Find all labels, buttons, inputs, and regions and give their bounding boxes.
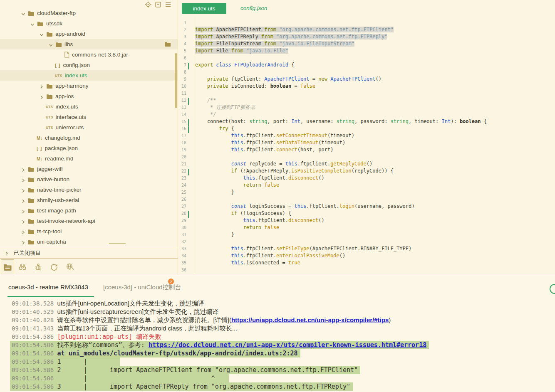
tree-item-label: test-invoke-network-api	[37, 218, 95, 224]
log-text: uts插件[uni-usercapturescreen]文件未发生变化，跳过编译	[57, 308, 219, 315]
code-line: 36	[178, 266, 555, 274]
code-line: 30 return false	[178, 224, 555, 231]
console-line: 09:01:54.586 | ^	[10, 374, 555, 382]
tree-item-unierror.uts[interactable]: UTSunierror.uts	[0, 122, 178, 133]
line-number: 16	[178, 125, 186, 132]
chevron-down-icon[interactable]	[21, 11, 26, 16]
tree-item-app-harmony[interactable]: app-harmony	[0, 81, 178, 91]
chevron-right-icon[interactable]	[21, 167, 26, 172]
code-text: if (!ApacheFTPReply.isPositiveCompletion…	[195, 168, 394, 175]
folder-icon	[28, 10, 35, 16]
code-text: private ftpClient: ApacheFTPClient = new…	[195, 76, 382, 83]
log-timestamp: 09:01:54.586	[12, 333, 57, 340]
tree-item-cloudMaster-ftp[interactable]: cloudMaster-ftp	[0, 8, 178, 18]
console-circle-button[interactable]	[550, 284, 555, 294]
sync-refresh-icon[interactable]	[47, 259, 61, 274]
locate-file-icon[interactable]	[145, 1, 151, 8]
chevron-down-icon[interactable]	[39, 32, 44, 37]
closed-projects-row[interactable]: 已关闭项目	[0, 248, 178, 258]
tree-item-native-button[interactable]: native-button	[0, 174, 178, 185]
fold-toggle-icon[interactable]	[188, 98, 192, 102]
log-link[interactable]: https://doc.dcloud.net.cn/uni-app-x/uts/…	[149, 341, 426, 349]
code-editor[interactable]: 12import ApacheFTPClient from "org.apach…	[178, 17, 555, 275]
tree-item-utssdk[interactable]: utssdk	[0, 18, 178, 29]
sidebar-scrollbar-thumb[interactable]	[175, 53, 177, 108]
md-file-icon: M↓	[37, 156, 42, 161]
log-text: 2 | import ApacheFTPClient from "org.apa…	[57, 366, 358, 374]
chevron-down-icon[interactable]	[48, 42, 53, 47]
tree-item-uni-captcha[interactable]: uni-captcha	[0, 237, 178, 247]
collapse-all-icon[interactable]	[155, 1, 161, 8]
log-timestamp: 09:01:40.529	[12, 308, 57, 315]
chevron-down-icon[interactable]	[30, 21, 35, 26]
code-line: 1	[178, 19, 555, 26]
tree-item-changelog.md[interactable]: M↓changelog.md	[0, 133, 178, 143]
tab-config-json[interactable]: config.json	[240, 5, 268, 11]
line-number: 18	[178, 139, 186, 146]
tree-item-test-invoke-network-api[interactable]: test-invoke-network-api	[0, 216, 178, 226]
search-binoculars-icon[interactable]	[16, 259, 29, 274]
tree-item-label: app-ios	[55, 93, 74, 99]
folder-icon	[28, 166, 35, 172]
console-line: 09:01:40.529 uts插件[uni-usercapturescreen…	[10, 308, 555, 316]
console-tab-device[interactable]: coeus-3d - realme RMX3843	[8, 284, 88, 291]
tree-item-libs[interactable]: libs	[0, 39, 178, 49]
source-location-link[interactable]: at uni_modules/cloudMaster-ftp/utssdk/ap…	[57, 350, 298, 357]
tree-item-native-time-picker[interactable]: native-time-picker	[0, 185, 178, 195]
tree-item-commons-net-3.8.0.jar[interactable]: commons-net-3.8.0.jar	[0, 49, 178, 60]
tree-item-shmily-usb-serial[interactable]: shmily-usb-serial	[0, 195, 178, 205]
project-files-icon[interactable]	[1, 259, 14, 274]
log-timestamp: 09:01:40.828	[12, 317, 57, 323]
console-line: 09:01:54.586 [plugin:uni:app-uts] 编译失败	[10, 333, 555, 341]
fold-toggle-icon[interactable]	[188, 169, 192, 173]
chevron-right-icon[interactable]	[39, 84, 44, 89]
menu-icon[interactable]	[165, 1, 171, 8]
code-line: 24 return false	[178, 182, 555, 189]
chevron-right-icon[interactable]	[21, 177, 26, 182]
console-tab-unicloud[interactable]: [coeus-3d] - uniCloud控制台	[103, 284, 181, 291]
tree-item-label: native-button	[37, 176, 69, 182]
panel-splitter-handle[interactable]	[109, 243, 126, 247]
tree-item-jagger-wifi[interactable]: jagger-wifi	[0, 164, 178, 174]
line-number: 2	[178, 26, 186, 33]
chevron-right-icon[interactable]	[21, 198, 26, 203]
code-line: 3import ApacheFTPReply from "org.apache.…	[178, 33, 555, 40]
code-line: 18 this.ftpClient.setDataTimeout(timeout…	[178, 139, 555, 146]
selection-highlight: import FileInputStream from "java.io.Fil…	[195, 41, 354, 47]
log-entry: 09:01:38.528 uts插件[uni-openLocation]文件未发…	[10, 299, 207, 308]
code-text: this.ftpClient.disconnect()	[195, 175, 325, 182]
tree-item-ts-tcp-tool[interactable]: ts-tcp-tool	[0, 226, 178, 237]
code-text: this.ftpClient.disconnect()	[195, 217, 325, 224]
chevron-right-icon[interactable]	[21, 239, 26, 244]
tree-item-config.json[interactable]: [ ]config.json	[0, 60, 178, 70]
tree-item-package.json[interactable]: [ ]package.json	[0, 143, 178, 153]
editor-pane: index.uts config.json 12import ApacheFTP…	[178, 0, 555, 275]
chevron-right-icon[interactable]	[21, 208, 26, 213]
error-highlight: 09:01:54.586 2 | import ApacheFTPClient …	[10, 366, 360, 374]
tree-item-test-image-path[interactable]: test-image-path	[0, 205, 178, 216]
line-number: 17	[178, 132, 186, 139]
fold-toggle-icon[interactable]	[188, 211, 192, 215]
tab-index-uts[interactable]: index.uts	[182, 3, 226, 14]
tree-item-label: app-harmony	[55, 83, 89, 89]
code-line: 21 const replyCode = this.ftpClient.getR…	[178, 160, 555, 168]
code-line: 26	[178, 196, 555, 203]
tree-item-index.uts[interactable]: UTSindex.uts	[0, 101, 178, 112]
tree-item-index.uts[interactable]: UTSindex.uts	[0, 70, 178, 81]
tree-item-interface.uts[interactable]: UTSinterface.uts	[0, 112, 178, 122]
chevron-right-icon[interactable]	[21, 187, 26, 192]
code-line: 10 private isConnected: boolean = false	[178, 83, 555, 90]
chevron-right-icon[interactable]	[21, 229, 26, 234]
console-panel: coeus-3d - realme RMX3843 [coeus-3d] - u…	[0, 275, 555, 392]
debug-bug-icon[interactable]	[32, 259, 45, 274]
fold-toggle-icon[interactable]	[188, 119, 192, 123]
chevron-right-icon[interactable]	[21, 219, 26, 224]
chevron-right-icon[interactable]	[39, 94, 44, 99]
web-cloud-icon[interactable]	[63, 259, 77, 274]
tree-item-app-ios[interactable]: app-ios	[0, 91, 178, 101]
tree-item-app-android[interactable]: app-android	[0, 29, 178, 39]
fold-toggle-icon[interactable]	[188, 126, 192, 131]
log-link[interactable]: https://uniapp.dcloud.net.cn/uni-app-x/c…	[231, 316, 389, 323]
tree-item-readme.md[interactable]: M↓readme.md	[0, 153, 178, 164]
fold-toggle-icon[interactable]	[188, 63, 192, 67]
